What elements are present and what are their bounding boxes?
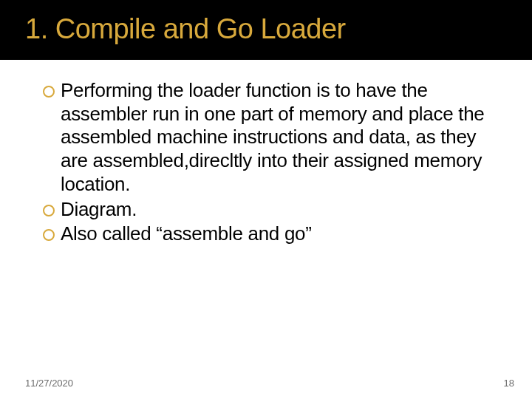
list-item: Also called “assemble and go” bbox=[43, 222, 497, 246]
slide-footer: 11/27/2020 18 bbox=[0, 378, 532, 389]
slide-title: 1. Compile and Go Loader bbox=[25, 13, 532, 45]
footer-page-number: 18 bbox=[504, 378, 514, 389]
bullet-circle-icon bbox=[43, 229, 55, 241]
slide-body: Performing the loader function is to hav… bbox=[0, 60, 532, 246]
bullet-text: Also called “assemble and go” bbox=[61, 222, 312, 246]
bullet-circle-icon bbox=[43, 86, 55, 98]
list-item: Diagram. bbox=[43, 198, 497, 222]
bullet-circle-icon bbox=[43, 205, 55, 216]
bullet-text: Diagram. bbox=[61, 198, 137, 222]
bullet-text: Performing the loader function is to hav… bbox=[61, 79, 497, 197]
title-bar: 1. Compile and Go Loader bbox=[0, 0, 532, 60]
list-item: Performing the loader function is to hav… bbox=[43, 79, 497, 197]
footer-date: 11/27/2020 bbox=[25, 378, 73, 389]
